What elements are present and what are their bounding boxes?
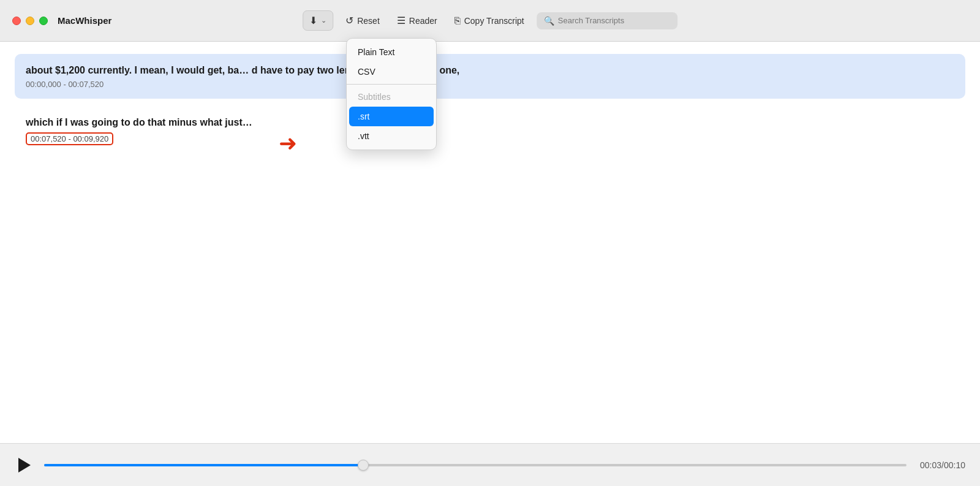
progress-container[interactable] bbox=[44, 459, 907, 471]
transcript-text-2: which if I was going to do that minus wh… bbox=[26, 116, 954, 129]
play-button[interactable] bbox=[15, 455, 34, 475]
transcript-entry-1: about $1,200 currently. I mean, I would … bbox=[15, 54, 965, 99]
progress-track bbox=[44, 464, 907, 466]
reset-icon: ↺ bbox=[345, 15, 353, 26]
play-icon bbox=[18, 458, 31, 473]
search-icon: 🔍 bbox=[544, 16, 554, 26]
download-icon: ⬇ bbox=[309, 15, 317, 26]
copy-transcript-button[interactable]: ⎘ Copy Transcript bbox=[450, 12, 529, 30]
dropdown-item-subtitles: Subtitles bbox=[347, 87, 436, 107]
main-content: about $1,200 currently. I mean, I would … bbox=[0, 42, 980, 443]
search-input[interactable] bbox=[558, 16, 670, 25]
close-button[interactable] bbox=[12, 17, 21, 25]
dropdown-item-srt[interactable]: .srt bbox=[349, 107, 434, 126]
reader-button[interactable]: ☰ Reader bbox=[392, 11, 442, 30]
export-button[interactable]: ⬇ ⌄ bbox=[303, 10, 333, 31]
arrow-indicator: ➜ bbox=[279, 132, 297, 154]
player-bar: 00:03/00:10 bbox=[0, 443, 980, 486]
dropdown-item-plain-text[interactable]: Plain Text bbox=[347, 42, 436, 62]
progress-fill bbox=[44, 464, 363, 466]
reset-label: Reset bbox=[357, 16, 380, 26]
copy-transcript-label: Copy Transcript bbox=[464, 16, 524, 26]
dropdown-divider bbox=[347, 84, 436, 85]
traffic-lights bbox=[12, 17, 48, 25]
search-box[interactable]: 🔍 bbox=[537, 12, 677, 29]
transcript-time-2: 00:07,520 - 00:09,920 bbox=[26, 132, 113, 145]
dropdown-item-vtt[interactable]: .vtt bbox=[347, 126, 436, 146]
toolbar-center: ⬇ ⌄ ↺ Reset ☰ Reader ⎘ Copy Transcript 🔍 bbox=[303, 10, 677, 31]
dropdown-item-csv[interactable]: CSV bbox=[347, 62, 436, 82]
progress-thumb[interactable] bbox=[358, 460, 369, 471]
titlebar: MacWhisper ⬇ ⌄ ↺ Reset ☰ Reader ⎘ Copy T… bbox=[0, 0, 980, 42]
app-title: MacWhisper bbox=[58, 15, 111, 26]
transcript-time-1: 00:00,000 - 00:07,520 bbox=[26, 80, 954, 89]
transcript-entry-2: which if I was going to do that minus wh… bbox=[15, 106, 965, 154]
chevron-down-icon: ⌄ bbox=[321, 17, 326, 25]
reader-label: Reader bbox=[409, 16, 437, 26]
reader-icon: ☰ bbox=[397, 15, 405, 26]
time-display: 00:03/00:10 bbox=[916, 460, 965, 470]
reset-button[interactable]: ↺ Reset bbox=[341, 11, 385, 30]
copy-icon: ⎘ bbox=[454, 15, 461, 26]
export-dropdown-menu: Plain Text CSV Subtitles .srt .vtt bbox=[346, 38, 437, 150]
maximize-button[interactable] bbox=[39, 17, 48, 25]
transcript-text-1: about $1,200 currently. I mean, I would … bbox=[26, 64, 954, 77]
minimize-button[interactable] bbox=[26, 17, 34, 25]
